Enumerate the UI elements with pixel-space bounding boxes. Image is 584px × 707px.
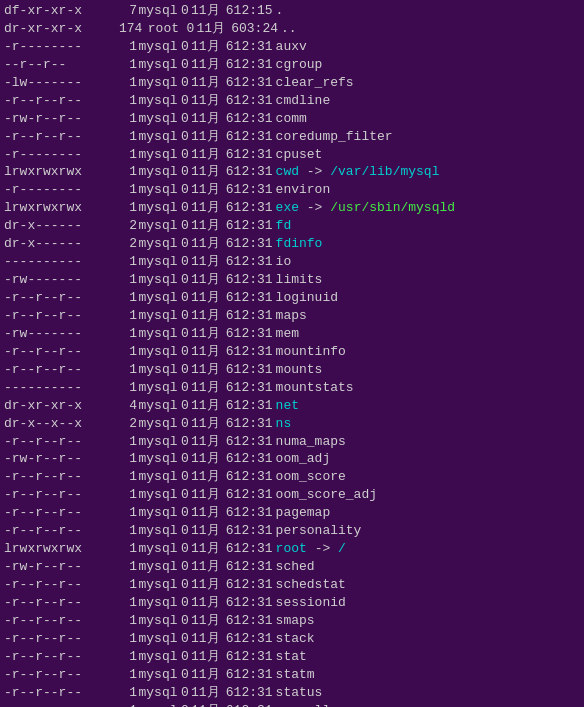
file-owner: mysql: [137, 128, 179, 146]
file-group: 0: [179, 468, 191, 486]
file-permissions: -r--r--r--: [4, 594, 119, 612]
file-month: 11月: [191, 217, 220, 235]
file-group: 0: [179, 56, 191, 74]
file-group: 0: [179, 181, 191, 199]
table-row: -r--r--r-- 1 mysql 0 11月 6 12:31 schedst…: [0, 576, 584, 594]
file-permissions: df-xr-xr-x: [4, 2, 119, 20]
file-name: comm: [276, 110, 307, 128]
file-name: maps: [276, 307, 307, 325]
file-name: status: [276, 684, 323, 702]
file-month: 11月: [191, 92, 220, 110]
file-links: 1: [119, 361, 137, 379]
file-month: 11月: [191, 433, 220, 451]
table-row: -r--r--r-- 1 mysql 0 11月 6 12:31 pagemap: [0, 504, 584, 522]
file-owner: mysql: [137, 163, 179, 181]
file-time: 12:31: [234, 74, 276, 92]
file-links: 1: [119, 253, 137, 271]
file-month: 11月: [191, 163, 220, 181]
file-name: sessionid: [276, 594, 346, 612]
file-links: 1: [119, 702, 137, 707]
file-permissions: -lw-------: [4, 74, 119, 92]
file-owner: mysql: [137, 630, 179, 648]
file-links: 1: [119, 433, 137, 451]
file-day: 6: [220, 235, 234, 253]
file-month: 11月: [191, 468, 220, 486]
file-group: 0: [179, 415, 191, 433]
file-permissions: -r--r--r--: [4, 128, 119, 146]
table-row: lrwxrwxrwx 1 mysql 0 11月 6 12:31 cwd -> …: [0, 163, 584, 181]
file-group: 0: [179, 397, 191, 415]
table-row: lrwxrwxrwx 1 mysql 0 11月 6 12:31 root ->…: [0, 540, 584, 558]
table-row: -rw-r--r-- 1 mysql 0 11月 6 12:31 oom_adj: [0, 450, 584, 468]
file-time: 12:31: [234, 594, 276, 612]
file-permissions: -r--r--r--: [4, 433, 119, 451]
file-month: 11月: [191, 648, 220, 666]
file-month: 11月: [191, 486, 220, 504]
file-permissions: -r--r--r--: [4, 307, 119, 325]
file-month: 11月: [191, 2, 220, 20]
table-row: -r--r--r-- 1 mysql 0 11月 6 12:31 numa_ma…: [0, 433, 584, 451]
file-day: 6: [220, 181, 234, 199]
file-permissions: -rw-r--r--: [4, 450, 119, 468]
file-group: 0: [179, 361, 191, 379]
file-time: 12:31: [234, 289, 276, 307]
file-day: 6: [220, 450, 234, 468]
table-row: -r--r--r-- 1 mysql 0 11月 6 12:31 coredum…: [0, 128, 584, 146]
file-group: 0: [179, 666, 191, 684]
file-group: 0: [179, 522, 191, 540]
file-name: ..: [281, 20, 297, 38]
file-day: 6: [220, 92, 234, 110]
file-name: loginuid: [276, 289, 338, 307]
file-time: 12:31: [234, 522, 276, 540]
file-owner: mysql: [137, 594, 179, 612]
file-group: 0: [179, 38, 191, 56]
file-month: 11月: [191, 397, 220, 415]
file-owner: mysql: [137, 146, 179, 164]
file-permissions: -r--r--r--: [4, 612, 119, 630]
table-row: -rw-r--r-- 1 mysql 0 11月 6 12:31 sched: [0, 558, 584, 576]
file-name: cmdline: [276, 92, 331, 110]
file-month: 11月: [191, 558, 220, 576]
file-month: 11月: [191, 450, 220, 468]
file-permissions: -rw-------: [4, 325, 119, 343]
file-owner: mysql: [137, 181, 179, 199]
table-row: -r-------- 1 mysql 0 11月 6 12:31 cpuset: [0, 146, 584, 164]
file-group: 0: [179, 630, 191, 648]
file-links: 2: [119, 235, 137, 253]
table-row: -r--r--r-- 1 mysql 0 11月 6 12:31 loginui…: [0, 289, 584, 307]
file-time: 12:31: [234, 56, 276, 74]
file-name: net: [276, 397, 299, 415]
file-month: 11月: [196, 20, 225, 38]
file-month: 11月: [191, 361, 220, 379]
file-day: 6: [220, 56, 234, 74]
table-row: -r--r--r-- 1 mysql 0 11月 6 12:31 syscall: [0, 702, 584, 707]
file-day: 6: [220, 576, 234, 594]
file-month: 11月: [191, 110, 220, 128]
file-time: 12:31: [234, 199, 276, 217]
file-name: coredump_filter: [276, 128, 393, 146]
file-links: 1: [119, 92, 137, 110]
file-owner: mysql: [137, 702, 179, 707]
file-day: 6: [220, 594, 234, 612]
file-group: 0: [179, 343, 191, 361]
file-links: 1: [119, 307, 137, 325]
file-name: oom_adj: [276, 450, 331, 468]
file-owner: mysql: [137, 468, 179, 486]
file-time: 12:31: [234, 181, 276, 199]
file-time: 12:31: [234, 217, 276, 235]
file-day: 6: [220, 110, 234, 128]
file-name: mem: [276, 325, 299, 343]
file-permissions: -r--r--r--: [4, 361, 119, 379]
file-permissions: lrwxrwxrwx: [4, 163, 119, 181]
file-owner: mysql: [137, 612, 179, 630]
file-name: numa_maps: [276, 433, 346, 451]
file-time: 12:31: [234, 271, 276, 289]
table-row: dr-x------ 2 mysql 0 11月 6 12:31 fdinfo: [0, 235, 584, 253]
file-month: 11月: [191, 38, 220, 56]
file-permissions: dr-xr-xr-x: [4, 397, 119, 415]
file-time: 12:31: [234, 450, 276, 468]
file-name: mounts: [276, 361, 323, 379]
table-row: -r--r--r-- 1 mysql 0 11月 6 12:31 oom_sco…: [0, 468, 584, 486]
table-row: -r--r--r-- 1 mysql 0 11月 6 12:31 session…: [0, 594, 584, 612]
file-permissions: -r--------: [4, 146, 119, 164]
